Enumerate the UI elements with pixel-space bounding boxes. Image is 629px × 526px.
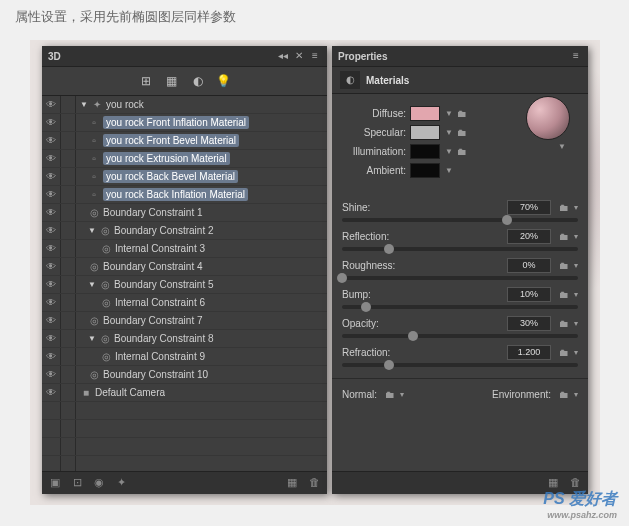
slider-thumb[interactable]: [384, 244, 394, 254]
diffuse-swatch[interactable]: [410, 106, 440, 121]
visibility-toggle[interactable]: 👁: [42, 96, 61, 113]
tree-row[interactable]: 👁◎Boundary Constraint 4: [42, 258, 327, 276]
visibility-toggle[interactable]: 👁: [42, 168, 61, 185]
shine-slider[interactable]: [342, 218, 578, 222]
ambient-swatch[interactable]: [410, 163, 440, 178]
chevron-down-icon[interactable]: ▼: [445, 166, 453, 175]
light-icon[interactable]: 💡: [216, 73, 232, 89]
new-icon[interactable]: ▦: [546, 476, 560, 490]
expand-toggle[interactable]: ▼: [80, 100, 88, 109]
chevron-down-icon[interactable]: ▾: [574, 261, 578, 270]
tree-row-label[interactable]: ◎Internal Constraint 9: [76, 351, 205, 362]
tree-row-label[interactable]: ▼◎Boundary Constraint 8: [76, 333, 214, 344]
tree-row-label[interactable]: ◎Boundary Constraint 10: [76, 369, 208, 380]
specular-swatch[interactable]: [410, 125, 440, 140]
visibility-toggle[interactable]: 👁: [42, 384, 61, 401]
chevron-down-icon[interactable]: ▾: [400, 390, 404, 399]
panel-menu-icon[interactable]: ≡: [309, 50, 321, 62]
visibility-toggle[interactable]: 👁: [42, 204, 61, 221]
folder-icon[interactable]: 🖿: [559, 260, 569, 271]
trash-icon[interactable]: 🗑: [568, 476, 582, 490]
folder-icon[interactable]: 🖿: [385, 389, 395, 400]
tree-row[interactable]: 👁◎Boundary Constraint 1: [42, 204, 327, 222]
tree-row-label[interactable]: ◎Boundary Constraint 4: [76, 261, 203, 272]
slider-thumb[interactable]: [384, 360, 394, 370]
tree-row-label[interactable]: ▫you rock Extrusion Material: [76, 152, 230, 165]
expand-toggle[interactable]: ▼: [88, 226, 96, 235]
visibility-toggle[interactable]: 👁: [42, 276, 61, 293]
refraction-slider[interactable]: [342, 363, 578, 367]
opacity-slider[interactable]: [342, 334, 578, 338]
roughness-slider[interactable]: [342, 276, 578, 280]
bump-value[interactable]: 10%: [507, 287, 551, 302]
refraction-value[interactable]: 1.200: [507, 345, 551, 360]
tree-row[interactable]: 👁▫you rock Back Bevel Material: [42, 168, 327, 186]
chevron-down-icon[interactable]: ▼: [445, 128, 453, 137]
shine-value[interactable]: 70%: [507, 200, 551, 215]
slider-thumb[interactable]: [361, 302, 371, 312]
folder-icon[interactable]: 🖿: [559, 318, 569, 329]
visibility-toggle[interactable]: 👁: [42, 258, 61, 275]
tree-row-label[interactable]: ■Default Camera: [76, 387, 165, 398]
tree-row-label[interactable]: ◎Boundary Constraint 7: [76, 315, 203, 326]
tree-row-label[interactable]: ▼◎Boundary Constraint 5: [76, 279, 214, 290]
visibility-toggle[interactable]: 👁: [42, 312, 61, 329]
visibility-toggle[interactable]: 👁: [42, 348, 61, 365]
tree-row[interactable]: 👁▼◎Boundary Constraint 8: [42, 330, 327, 348]
materials-tab-icon[interactable]: ◐: [340, 71, 360, 89]
visibility-toggle[interactable]: 👁: [42, 294, 61, 311]
tree-row-label[interactable]: ◎Internal Constraint 6: [76, 297, 205, 308]
tree-row[interactable]: 👁▼◎Boundary Constraint 2: [42, 222, 327, 240]
folder-icon[interactable]: 🖿: [559, 389, 569, 400]
mesh-icon[interactable]: ▦: [164, 73, 180, 89]
material-preview[interactable]: [526, 96, 570, 140]
chevron-down-icon[interactable]: ▾: [574, 203, 578, 212]
visibility-toggle[interactable]: 👁: [42, 222, 61, 239]
folder-icon[interactable]: 🖿: [559, 347, 569, 358]
tree-row-label[interactable]: ▫you rock Front Bevel Material: [76, 134, 239, 147]
illumination-swatch[interactable]: [410, 144, 440, 159]
tree-row-label[interactable]: ▼◎Boundary Constraint 2: [76, 225, 214, 236]
visibility-toggle[interactable]: 👁: [42, 240, 61, 257]
tree-row-label[interactable]: ▫you rock Front Inflation Material: [76, 116, 249, 129]
tree-row-label[interactable]: ◎Internal Constraint 3: [76, 243, 205, 254]
reflection-slider[interactable]: [342, 247, 578, 251]
filter-icon[interactable]: ⊞: [138, 73, 154, 89]
tree-row[interactable]: 👁◎Internal Constraint 6: [42, 294, 327, 312]
chevron-left-icon[interactable]: ◂◂: [277, 50, 289, 62]
ground-icon[interactable]: ⊡: [70, 476, 84, 490]
chevron-down-icon[interactable]: ▾: [574, 390, 578, 399]
panel-menu-icon[interactable]: ≡: [570, 50, 582, 62]
chevron-down-icon[interactable]: ▼: [445, 147, 453, 156]
visibility-toggle[interactable]: 👁: [42, 150, 61, 167]
slider-thumb[interactable]: [337, 273, 347, 283]
reflection-value[interactable]: 20%: [507, 229, 551, 244]
visibility-toggle[interactable]: 👁: [42, 132, 61, 149]
bump-slider[interactable]: [342, 305, 578, 309]
chevron-down-icon[interactable]: ▼: [558, 142, 566, 151]
expand-toggle[interactable]: ▼: [88, 280, 96, 289]
render-icon[interactable]: ▣: [48, 476, 62, 490]
slider-thumb[interactable]: [502, 215, 512, 225]
chevron-down-icon[interactable]: ▾: [574, 319, 578, 328]
tree-row[interactable]: 👁▫you rock Front Bevel Material: [42, 132, 327, 150]
tree-row[interactable]: 👁▫you rock Extrusion Material: [42, 150, 327, 168]
chevron-down-icon[interactable]: ▼: [445, 109, 453, 118]
close-icon[interactable]: ✕: [293, 50, 305, 62]
folder-icon[interactable]: 🖿: [559, 202, 569, 213]
tree-row[interactable]: 👁◎Internal Constraint 9: [42, 348, 327, 366]
material-icon[interactable]: ◐: [190, 73, 206, 89]
add-icon[interactable]: ◉: [92, 476, 106, 490]
chevron-down-icon[interactable]: ▾: [574, 232, 578, 241]
roughness-value[interactable]: 0%: [507, 258, 551, 273]
tree-row[interactable]: 👁◎Boundary Constraint 10: [42, 366, 327, 384]
visibility-toggle[interactable]: 👁: [42, 366, 61, 383]
tree-row[interactable]: 👁▼◎Boundary Constraint 5: [42, 276, 327, 294]
new-icon[interactable]: ▦: [285, 476, 299, 490]
folder-icon[interactable]: 🖿: [559, 231, 569, 242]
folder-icon[interactable]: 🖿: [457, 146, 467, 157]
tree-row[interactable]: 👁■Default Camera: [42, 384, 327, 402]
layer-tree[interactable]: 👁▼✦you rock👁▫you rock Front Inflation Ma…: [42, 96, 327, 474]
light-add-icon[interactable]: ✦: [114, 476, 128, 490]
panel-props-header[interactable]: Properties ≡: [332, 46, 588, 67]
